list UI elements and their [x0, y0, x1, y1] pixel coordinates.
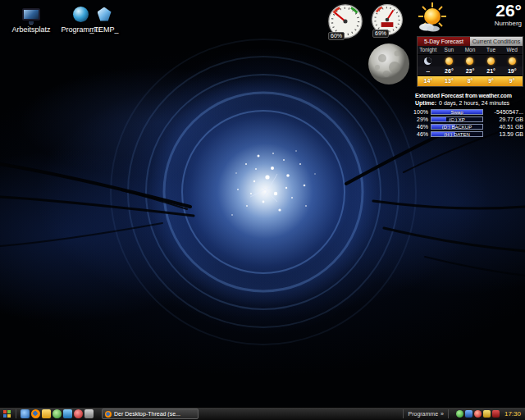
drive-usage-bar: Swap: [431, 109, 483, 115]
windows-logo-icon: [7, 410, 11, 413]
quicklaunch-show-desktop-icon[interactable]: [21, 409, 30, 418]
desktop-icon-label: Arbeitsplatz: [5, 25, 57, 34]
forecast-day: Sun: [439, 46, 460, 55]
city-label: Nurnberg: [495, 20, 522, 27]
forecast-low: 9°: [481, 75, 502, 86]
forecast-day: Wed: [501, 46, 523, 55]
uptime-line: Uptime: 0 days, 2 hours, 24 minutes: [415, 100, 523, 106]
desktop-wallpaper: Arbeitsplatz Programme _TEMP_ 60%: [0, 0, 525, 407]
sun-icon: [415, 2, 450, 34]
tab-current-conditions[interactable]: Current Conditions: [470, 37, 523, 46]
ram-gauge-value: 69%: [372, 30, 389, 38]
computer-icon: [22, 8, 40, 21]
tray-scheduler-icon[interactable]: [456, 410, 463, 418]
sun-icon: [487, 57, 495, 65]
taskbar-clock[interactable]: 17:30: [504, 410, 523, 418]
drive-name: (D:) BACKUP: [431, 125, 482, 129]
quicklaunch-explorer-icon[interactable]: [42, 409, 51, 418]
forecast-day: Mon: [459, 46, 481, 55]
current-temperature: 26° Nurnberg: [495, 2, 522, 27]
drive-percent: 46%: [412, 131, 428, 137]
taskbar-window-button[interactable]: Der Desktop-Thread (se...: [102, 409, 199, 419]
tray-security-icon[interactable]: [492, 410, 500, 418]
uptime-label: Uptime:: [415, 100, 436, 106]
tab-5-day-forecast[interactable]: 5-Day Forecast: [418, 37, 470, 46]
drive-percent: 46%: [412, 124, 428, 130]
taskbar-divider: [448, 409, 449, 418]
taskbar: Der Desktop-Thread (se... Programme » 17…: [0, 407, 525, 420]
forecast-panel: 5-Day Forecast Current Conditions Tonigh…: [417, 36, 523, 87]
ram-gauge: 69%: [370, 2, 404, 37]
windows-logo-icon: [3, 414, 7, 418]
quicklaunch-media-player-icon[interactable]: [74, 409, 83, 418]
taskbar-toolbar-programme[interactable]: Programme: [408, 411, 438, 417]
quicklaunch-notes-icon[interactable]: [84, 409, 94, 418]
forecast-low: 9°: [501, 75, 523, 86]
drive-detail: 13.59 GB: [486, 131, 523, 137]
taskbar-window-title: Der Desktop-Thread (se...: [114, 411, 180, 417]
forecast-high: --: [418, 66, 439, 75]
drive-row: 46% (H:) DATEN 13.59 GB: [412, 130, 523, 138]
drive-usage-bar: (H:) DATEN: [431, 131, 483, 137]
quicklaunch-mail-icon[interactable]: [63, 409, 72, 418]
sun-icon: [445, 57, 453, 65]
sun-icon: [466, 57, 473, 65]
desktop-icon-temp[interactable]: _TEMP_: [85, 5, 123, 34]
drive-name: (C:) XP: [431, 117, 482, 121]
drive-usage-bar: (C:) XP: [431, 116, 483, 122]
desktop-widgets: 60% 69%: [323, 0, 525, 148]
drive-percent: 100%: [412, 109, 428, 115]
drive-detail: 40.51 GB: [486, 124, 523, 130]
start-button[interactable]: [2, 409, 11, 418]
taskbar-divider: [16, 409, 16, 418]
forecast-day: Tue: [481, 46, 502, 55]
forecast-day: Tonight: [418, 46, 439, 55]
cpu-gauge-value: 60%: [328, 32, 345, 40]
current-weather-icon: [415, 2, 450, 35]
moon-phase-widget: [368, 43, 410, 86]
forecast-high: 26°: [439, 66, 460, 75]
sun-icon: [509, 57, 516, 65]
windows-logo-icon: [3, 410, 7, 413]
drive-row: 29% (C:) XP 29.77 GB: [412, 116, 523, 123]
drive-name: Swap: [431, 110, 482, 114]
firefox-icon: [105, 411, 112, 418]
temp-folder-icon: [98, 7, 112, 21]
chevron-expand-icon[interactable]: »: [441, 411, 444, 417]
cpu-gauge: 60%: [326, 2, 364, 40]
desktop-icon-arbeitsplatz[interactable]: Arbeitsplatz: [5, 5, 57, 34]
system-tray: [456, 410, 500, 418]
forecast-high: 19°: [501, 66, 523, 75]
quicklaunch-firefox-icon[interactable]: [31, 409, 40, 418]
tonight-moon-icon: [424, 57, 431, 65]
drive-row: 100% Swap -5450547...: [412, 108, 523, 116]
drive-detail: 29.77 GB: [486, 116, 523, 122]
tray-volume-icon[interactable]: [483, 410, 491, 418]
forecast-high: 21°: [481, 66, 502, 75]
temperature-value: 26°: [495, 2, 522, 20]
desktop-icon-label: _TEMP_: [85, 25, 123, 34]
taskbar-divider: [403, 409, 404, 418]
drive-row: 46% (D:) BACKUP 40.51 GB: [412, 123, 523, 130]
windows-logo-icon: [7, 414, 11, 418]
tray-antivirus-icon[interactable]: [474, 410, 482, 418]
moon-icon: [368, 43, 410, 85]
quicklaunch-messenger-icon[interactable]: [52, 409, 62, 418]
drive-name: (H:) DATEN: [431, 132, 482, 136]
drive-detail: -5450547...: [486, 109, 523, 115]
uptime-value: 0 days, 2 hours, 24 minutes: [439, 100, 509, 106]
drive-usage-bar: (D:) BACKUP: [431, 124, 483, 130]
forecast-low: 8°: [459, 75, 481, 86]
drive-percent: 29%: [412, 116, 428, 122]
tray-network-icon[interactable]: [465, 410, 472, 418]
forecast-footer: Extended Forecast from weather.com: [415, 93, 523, 98]
forecast-low: 14°: [418, 75, 439, 86]
forecast-low: 13°: [439, 75, 460, 86]
forecast-high: 23°: [459, 66, 481, 75]
drive-usage-widget: 100% Swap -5450547... 29% (C:) XP 29.77 …: [412, 108, 523, 138]
